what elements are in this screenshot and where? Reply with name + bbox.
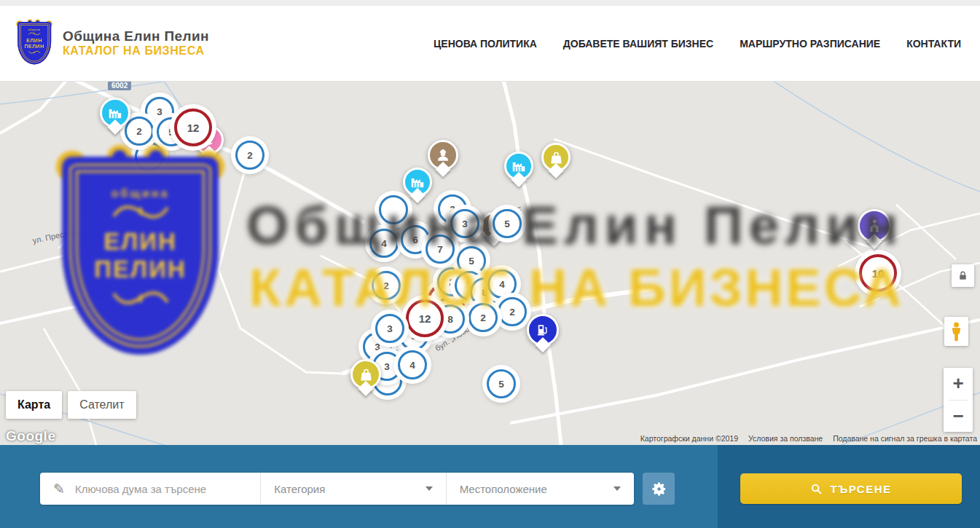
cluster-count: 2 bbox=[449, 277, 455, 288]
chevron-down-icon bbox=[426, 486, 433, 491]
cluster-count: 4 bbox=[381, 238, 387, 249]
main-nav: ЦЕНОВА ПОЛИТИКАДОБАВЕТЕ ВАШИЯТ БИЗНЕСМАР… bbox=[434, 38, 961, 50]
nav-item-2[interactable]: МАРШРУТНО РАЗПИСАНИЕ bbox=[740, 38, 880, 50]
cluster-count: 8 bbox=[447, 314, 453, 325]
crest-name-line2: ПЕЛИН bbox=[25, 43, 44, 49]
cluster-marker[interactable]: 12 bbox=[406, 299, 444, 337]
factory-icon bbox=[511, 158, 527, 174]
cluster-marker[interactable]: 5 bbox=[487, 369, 516, 398]
church-icon bbox=[866, 218, 882, 234]
bag-icon bbox=[549, 150, 564, 165]
factory-pin-marker[interactable] bbox=[403, 168, 432, 197]
factory-pin-marker[interactable] bbox=[100, 98, 130, 128]
nav-item-1[interactable]: ДОБАВЕТЕ ВАШИЯТ БИЗНЕС bbox=[563, 38, 713, 50]
cluster-count: 2 bbox=[383, 280, 389, 291]
cluster-count: 4 bbox=[499, 279, 505, 290]
cluster-marker[interactable]: 4 bbox=[369, 229, 399, 258]
cluster-count: 7 bbox=[437, 244, 443, 255]
map-type-control: Карта Сателит bbox=[6, 391, 136, 419]
map-type-map-button[interactable]: Карта bbox=[6, 391, 62, 419]
cluster-marker[interactable]: 4 bbox=[398, 350, 427, 379]
search-icon bbox=[810, 483, 823, 495]
crest-town-word: община bbox=[28, 28, 41, 31]
keyword-search-input[interactable] bbox=[74, 482, 260, 496]
pencil-icon: ✎ bbox=[53, 481, 65, 497]
bag-pin-marker[interactable] bbox=[541, 143, 571, 172]
cluster-marker[interactable]: 2 bbox=[498, 297, 527, 326]
cluster-marker[interactable]: 5 bbox=[493, 209, 522, 238]
crest-ornament bbox=[27, 31, 41, 36]
map-canvas[interactable]: ул. Преславбул. „Новоселции6002325122235… bbox=[0, 81, 980, 445]
cluster-marker[interactable]: 12 bbox=[174, 109, 212, 146]
map-attribution: Картографски данни ©2019Условия за ползв… bbox=[640, 434, 977, 443]
church-pin-marker[interactable] bbox=[858, 209, 891, 243]
cluster-count: 5 bbox=[469, 256, 474, 267]
nav-item-0[interactable]: ЦЕНОВА ПОЛИТИКА bbox=[434, 38, 537, 50]
attribution-link-1[interactable]: Условия за ползване bbox=[748, 434, 823, 443]
cluster-marker[interactable]: 2 bbox=[469, 303, 498, 332]
cluster-count: 3 bbox=[384, 361, 390, 372]
keyword-section: ✎ bbox=[40, 473, 260, 505]
search-fields: ✎ Категория Местоположение bbox=[40, 473, 634, 505]
attribution-text: Картографски данни ©2019 bbox=[640, 434, 738, 443]
gear-icon bbox=[651, 481, 667, 497]
zoom-control: + − bbox=[944, 368, 973, 432]
cluster-count: 3 bbox=[462, 218, 468, 229]
cluster-count: 3 bbox=[387, 323, 393, 334]
cluster-marker[interactable]: 4 bbox=[487, 269, 517, 299]
pegman-icon bbox=[949, 321, 964, 342]
zoom-out-button[interactable]: − bbox=[944, 401, 973, 432]
chevron-down-icon bbox=[614, 486, 621, 491]
cluster-marker[interactable]: 7 bbox=[426, 235, 455, 264]
cluster-count: 5 bbox=[168, 127, 174, 138]
crest-shield: община ЕЛИН ПЕЛИН bbox=[17, 22, 51, 64]
category-dropdown[interactable]: Категория bbox=[260, 473, 445, 505]
location-dropdown[interactable]: Местоположение bbox=[446, 473, 634, 505]
lock-icon bbox=[957, 269, 969, 282]
cluster-count: 2 bbox=[480, 312, 486, 323]
factory-pin-marker[interactable] bbox=[504, 151, 533, 181]
road-number-shield: 6002 bbox=[108, 81, 131, 90]
cluster-count: 12 bbox=[419, 312, 431, 325]
map-type-satellite-button[interactable]: Сателит bbox=[68, 391, 136, 419]
cluster-count: 2 bbox=[136, 126, 142, 137]
factory-icon bbox=[409, 174, 426, 190]
bag-icon bbox=[358, 367, 374, 382]
search-action-panel: ТЪРСЕНЕ bbox=[718, 445, 980, 528]
street-view-pegman-button[interactable] bbox=[944, 317, 968, 346]
cluster-marker[interactable] bbox=[135, 142, 164, 171]
zoom-in-button[interactable]: + bbox=[944, 368, 973, 399]
search-button[interactable]: ТЪРСЕНЕ bbox=[740, 473, 962, 504]
cluster-marker[interactable]: 2 bbox=[235, 141, 264, 170]
cluster-count: 2 bbox=[247, 150, 253, 161]
site-header: община ЕЛИН ПЕЛИН Община Елин Пелин КАТА… bbox=[0, 6, 980, 82]
crest-ornament bbox=[27, 50, 41, 54]
search-button-label: ТЪРСЕНЕ bbox=[830, 483, 891, 495]
fuel-pin-marker[interactable] bbox=[527, 314, 559, 346]
cluster-marker[interactable]: 3 bbox=[450, 209, 479, 238]
cluster-marker[interactable] bbox=[379, 195, 408, 224]
cluster-marker[interactable]: 2 bbox=[125, 117, 154, 146]
map-lock-button[interactable] bbox=[952, 264, 974, 287]
cluster-count: 5 bbox=[498, 379, 504, 390]
cluster-marker[interactable]: 2 bbox=[372, 271, 401, 300]
worker-pin-marker[interactable] bbox=[428, 140, 458, 170]
google-logo[interactable]: Google bbox=[6, 428, 55, 444]
page-top-strip bbox=[0, 0, 980, 6]
cluster-count: 4 bbox=[409, 360, 415, 371]
cluster-count: 3 bbox=[375, 342, 380, 352]
cluster-marker[interactable]: 10 bbox=[859, 254, 897, 292]
cluster-count: 6 bbox=[412, 235, 418, 245]
site-logo[interactable]: община ЕЛИН ПЕЛИН Община Елин Пелин КАТА… bbox=[17, 22, 209, 66]
crest-name-line1: ЕЛИН bbox=[26, 37, 42, 43]
search-bar: ✎ Категория Местоположение ТЪРСЕНЕ bbox=[0, 445, 980, 528]
location-dropdown-label: Местоположение bbox=[460, 483, 614, 495]
cluster-marker[interactable]: 3 bbox=[375, 314, 404, 343]
nav-item-3[interactable]: КОНТАКТИ bbox=[906, 38, 961, 50]
category-dropdown-label: Категория bbox=[274, 483, 425, 495]
advanced-settings-button[interactable] bbox=[643, 473, 675, 505]
fuel-icon bbox=[536, 323, 550, 337]
attribution-link-2[interactable]: Подаване на сигнал за грешка в картата bbox=[833, 434, 977, 443]
cluster-count: 2 bbox=[509, 307, 515, 318]
bag-pin-marker[interactable] bbox=[350, 359, 381, 390]
